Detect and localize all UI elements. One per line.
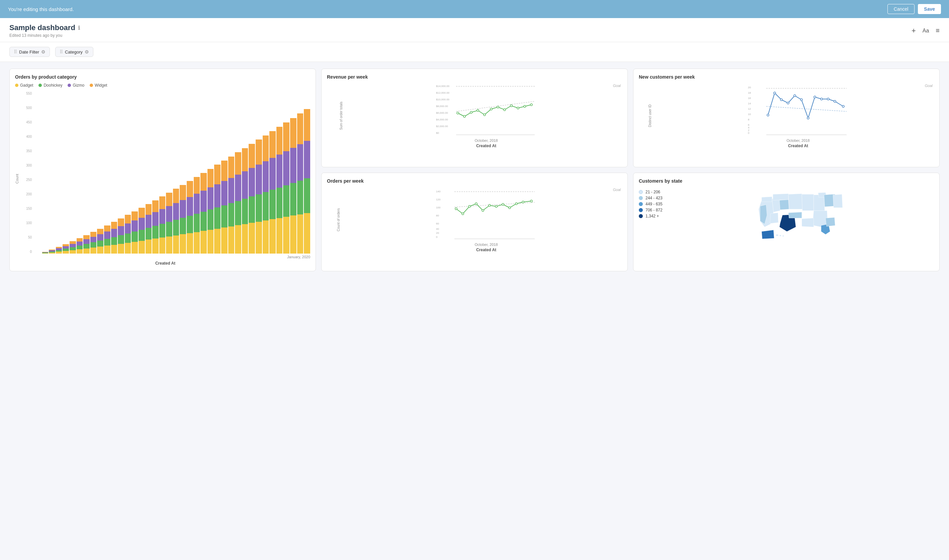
bar-chart-wrapper: Count 550 500 450 400 350 300 250 200 15…: [15, 92, 310, 266]
add-icon[interactable]: +: [912, 26, 916, 35]
bar-segment: [104, 226, 111, 232]
svg-text:$14,000.00: $14,000.00: [436, 85, 450, 88]
revenue-chart-svg: $14,000.00 $12,000.00 $10,000.00 $8,000.…: [350, 83, 622, 137]
svg-point-61: [468, 205, 470, 208]
svg-point-41: [800, 99, 803, 101]
us-map-svg: [667, 188, 934, 242]
svg-point-20: [524, 105, 526, 108]
svg-point-37: [773, 92, 776, 94]
revenue-x-axis-label: Created At: [350, 143, 622, 148]
category-filter-gear-icon[interactable]: ⚙: [85, 49, 89, 54]
bar-segment: [146, 228, 152, 240]
bar-segment: [104, 239, 111, 246]
map-dot-5: [639, 214, 643, 218]
svg-text:80: 80: [436, 214, 439, 217]
bar-segment: [118, 244, 124, 254]
revenue-chart-container: Goal Sum of order totals $14,000.00 $12,…: [327, 83, 622, 148]
bar-segment: [111, 237, 117, 245]
bar-segment: [304, 109, 310, 141]
filter-icon[interactable]: ≡: [936, 27, 940, 34]
bar-segment: [221, 228, 228, 254]
bar-segment: [97, 234, 103, 240]
bar-segment: [111, 245, 117, 254]
bar-segment: [111, 222, 117, 229]
svg-marker-82: [773, 194, 788, 200]
header-actions: + Aa ≡: [912, 26, 940, 35]
bar-segment: [77, 246, 83, 249]
bar-segment: [180, 185, 186, 200]
category-filter-chip[interactable]: ⠿ Category ⚙: [55, 47, 93, 57]
date-filter-gear-icon[interactable]: ⚙: [41, 49, 46, 54]
bar-segment: [97, 240, 103, 246]
save-button[interactable]: Save: [918, 4, 941, 14]
svg-point-43: [814, 96, 816, 98]
bar-segment: [118, 235, 124, 243]
bar-segment: [173, 203, 179, 220]
bar-segment: [139, 208, 145, 218]
editing-banner: You're editing this dashboard. Cancel Sa…: [0, 0, 949, 18]
bar-segment: [263, 161, 269, 192]
bar-segment: [152, 238, 159, 254]
font-size-icon[interactable]: Aa: [923, 28, 929, 34]
bar-segment: [159, 196, 166, 209]
bar-group: [256, 92, 262, 254]
bar-segment: [270, 190, 276, 219]
map-dot-1: [639, 190, 643, 194]
map-legend-5: 1,342 +: [639, 214, 662, 218]
svg-text:20: 20: [436, 231, 439, 234]
bar-segment: [228, 226, 234, 254]
bar-group: [304, 92, 310, 254]
bar-segment: [214, 229, 220, 254]
svg-text:0: 0: [748, 131, 750, 134]
bar-segment: [297, 181, 303, 214]
legend-widget: Widget: [90, 83, 107, 88]
bar-segment: [283, 151, 290, 185]
new-customers-container: Goal Distinct user ID 20 18 16 14 12 10 …: [639, 83, 934, 148]
svg-point-47: [842, 105, 844, 108]
new-customers-title: New customers per week: [639, 74, 934, 80]
legend-doohickey: Doohickey: [39, 83, 62, 88]
bar-segment: [49, 252, 55, 254]
us-map-wrapper: [667, 188, 934, 243]
bar-group: [283, 92, 290, 254]
bar-segment: [125, 215, 131, 223]
bar-segment: [228, 178, 234, 203]
bar-segment: [297, 214, 303, 254]
svg-marker-80: [770, 213, 778, 223]
bar-segment: [152, 226, 159, 238]
bar-segment: [69, 244, 76, 247]
bar-segment: [304, 178, 310, 213]
bar-segment: [83, 239, 90, 244]
bar-group: [242, 92, 248, 254]
orders-by-category-card: Orders by product category Gadget Doohic…: [9, 69, 316, 271]
bar-group: [276, 92, 283, 254]
svg-point-36: [767, 114, 769, 116]
map-legend-4: 706 - 872: [639, 208, 662, 212]
orders-week-goal-label: Goal: [613, 188, 621, 192]
bar-group: [111, 92, 117, 254]
orders-per-week-card: Orders per week Goal Count of orders 140…: [321, 172, 628, 271]
bar-group: [77, 92, 83, 254]
banner-actions: Cancel Save: [887, 4, 941, 14]
y-axis: 550 500 450 400 350 300 250 200 150 100 …: [20, 92, 34, 254]
svg-rect-97: [780, 235, 781, 237]
filter-bar: ⠿ Date Filter ⚙ ⠿ Category ⚙: [0, 42, 949, 62]
revenue-chart-title: Revenue per week: [327, 74, 622, 80]
bar-segment: [249, 168, 255, 196]
date-filter-chip[interactable]: ⠿ Date Filter ⚙: [9, 47, 50, 57]
info-icon[interactable]: ℹ: [78, 25, 80, 31]
svg-point-63: [482, 209, 484, 211]
bar-segment: [297, 114, 303, 144]
svg-point-11: [464, 115, 465, 117]
svg-point-68: [515, 203, 517, 205]
bars-container: [35, 92, 310, 254]
bar-group: [228, 92, 234, 254]
bar-segment: [235, 201, 241, 226]
svg-text:$12,000.00: $12,000.00: [436, 91, 450, 94]
bar-segment: [159, 224, 166, 237]
page-subtitle: Edited 13 minutes ago by you: [9, 33, 80, 38]
bar-segment: [118, 218, 124, 226]
bar-group: [83, 92, 90, 254]
page-title: Sample dashboard ℹ: [9, 23, 80, 32]
cancel-button[interactable]: Cancel: [887, 4, 915, 14]
